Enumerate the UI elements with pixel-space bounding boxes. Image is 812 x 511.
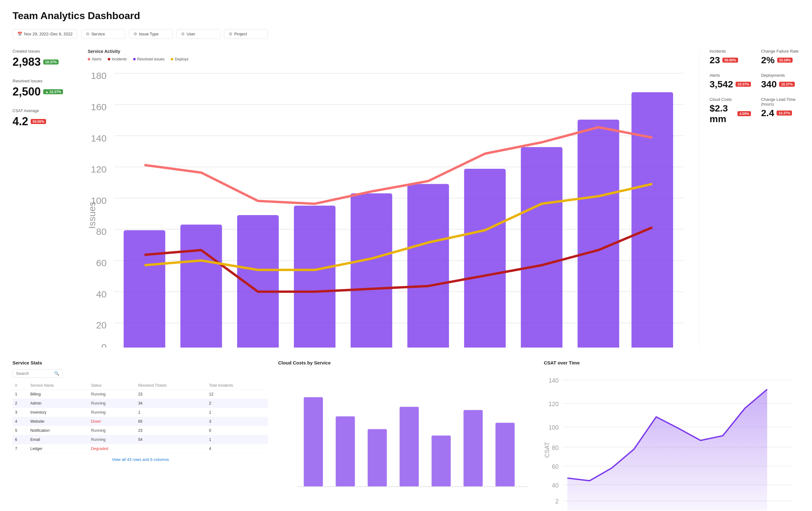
- csat-svg: 140 120 100 80 60 40 2 1 CSAT: [544, 369, 800, 511]
- svg-text:140: 140: [549, 377, 558, 384]
- filter-icon-4: ⚙: [229, 32, 232, 36]
- svg-rect-29: [578, 120, 619, 348]
- svg-text:60: 60: [552, 463, 558, 470]
- table-row: 7 Ledger Degraded 4: [12, 444, 268, 453]
- svg-rect-21: [124, 230, 166, 347]
- clt-badge: 10.37%: [777, 111, 792, 116]
- user-filter[interactable]: ⚙ User: [176, 29, 220, 39]
- created-issues-badge: 10.37%: [43, 59, 59, 64]
- svg-rect-46: [432, 435, 451, 487]
- service-stats-table: # Service Name Status Resolved Tickets T…: [12, 381, 268, 453]
- deployments-badge: 10.37%: [779, 82, 794, 87]
- table-row: 3 Inventory Running 1 1: [12, 408, 268, 417]
- chart-legend: Alerts Incidents Resolved issues Deploys: [88, 57, 693, 61]
- alerts-badge: 10.37%: [735, 82, 751, 87]
- csat-average-card: CSAT Average 4.2 50.00%: [12, 108, 71, 128]
- col-incidents: Total Incidents: [206, 381, 268, 390]
- legend-deploys: Deploys: [171, 57, 188, 61]
- project-filter[interactable]: ⚙ Project: [224, 29, 268, 39]
- filter-icon-2: ⚙: [134, 32, 137, 36]
- table-row: 1 Billing Running 23 12: [12, 390, 268, 399]
- svg-text:140: 140: [91, 133, 107, 143]
- svg-rect-43: [336, 416, 355, 486]
- svg-text:180: 180: [91, 70, 107, 81]
- svg-text:2: 2: [555, 498, 558, 505]
- svg-text:CSAT: CSAT: [544, 442, 550, 457]
- legend-resolved: Resolved issues: [133, 57, 165, 61]
- svg-text:120: 120: [91, 164, 107, 174]
- incidents-metric: Incidents 23 50.00%: [709, 49, 751, 65]
- service-filter[interactable]: ⚙ Service: [81, 29, 125, 39]
- alerts-metric: Alerts 3,542 10.37%: [709, 73, 751, 90]
- table-row: 6 Email Running 54 1: [12, 435, 268, 444]
- legend-incidents: Incidents: [108, 57, 127, 61]
- change-failure-rate-metric: Change Failure Rate 2% 33.28%: [761, 49, 800, 65]
- filter-icon-3: ⚙: [181, 32, 185, 36]
- service-stats-section: Service Stats 🔍 # Service Name Status Re…: [12, 360, 268, 511]
- view-all-link[interactable]: View all 43 rows and 6 columns: [12, 457, 268, 462]
- col-id: #: [12, 381, 28, 390]
- svg-rect-26: [407, 184, 449, 347]
- svg-rect-47: [464, 410, 483, 487]
- svg-text:160: 160: [91, 102, 107, 112]
- service-activity-chart: Service Activity Alerts Incidents Resolv…: [82, 49, 699, 348]
- csat-badge: 50.00%: [31, 119, 46, 124]
- svg-rect-48: [496, 423, 515, 487]
- page-title: Team Analytics Dashboard: [12, 10, 800, 22]
- svg-rect-27: [464, 169, 505, 348]
- filter-icon: ⚙: [86, 32, 90, 36]
- svg-text:60: 60: [96, 258, 107, 268]
- col-status: Status: [89, 381, 136, 390]
- filter-bar: 📅 Nov 29, 2022–Dec 6, 2022 ⚙ Service ⚙ I…: [12, 29, 800, 39]
- col-resolved: Resolved Tickets: [136, 381, 206, 390]
- legend-alerts: Alerts: [88, 57, 102, 61]
- svg-rect-45: [400, 407, 419, 487]
- calendar-icon: 📅: [17, 32, 22, 36]
- search-bar[interactable]: 🔍: [12, 369, 63, 378]
- incidents-badge: 50.00%: [722, 58, 738, 63]
- cloud-costs-svg: [278, 372, 534, 511]
- svg-rect-25: [351, 193, 392, 348]
- svg-rect-22: [180, 224, 222, 347]
- svg-text:0: 0: [102, 342, 107, 348]
- cloud-costs-badge: 4.00%: [737, 111, 751, 116]
- cfr-badge: 33.28%: [777, 58, 792, 63]
- svg-rect-44: [368, 429, 387, 487]
- svg-text:20: 20: [96, 320, 107, 330]
- table-header-row: # Service Name Status Resolved Tickets T…: [12, 381, 268, 390]
- date-filter[interactable]: 📅 Nov 29, 2022–Dec 6, 2022: [12, 29, 77, 39]
- deployments-metric: Deployments 340 10.37%: [761, 73, 800, 90]
- svg-text:80: 80: [96, 227, 107, 237]
- svg-text:100: 100: [549, 424, 558, 431]
- search-icon: 🔍: [54, 371, 59, 376]
- cloud-costs-section: Cloud Costs by Service: [278, 360, 534, 511]
- search-input[interactable]: [16, 371, 52, 376]
- issue-type-filter[interactable]: ⚙ Issue Type: [129, 29, 173, 39]
- svg-text:120: 120: [549, 401, 558, 408]
- table-row: 4 Website Down 65 3: [12, 417, 268, 426]
- resolved-issues-badge: ▲ 12.37%: [43, 89, 63, 94]
- svg-rect-28: [521, 147, 563, 348]
- col-service-name: Service Name: [28, 381, 89, 390]
- resolved-issues-card: Resolved Issues 2,500 ▲ 12.37%: [12, 79, 71, 98]
- cloud-costs-metric: Cloud Costs $2.3 mm 4.00%: [709, 97, 751, 124]
- table-row: 2 Admin Running 34 2: [12, 399, 268, 408]
- table-row: 5 Notification Running 23 0: [12, 426, 268, 435]
- metrics-column: Incidents 23 50.00% Change Failure Rate …: [699, 49, 800, 348]
- svg-rect-42: [304, 397, 323, 487]
- service-activity-svg: 180 160 140 120 100 80 60 40 20 0 Issues: [88, 64, 693, 348]
- svg-text:80: 80: [552, 444, 558, 451]
- svg-rect-24: [294, 206, 336, 348]
- svg-text:40: 40: [96, 289, 107, 299]
- change-lead-time-metric: Change Lead Time (hours) 2.4 10.37%: [761, 97, 800, 124]
- svg-marker-66: [567, 389, 767, 510]
- created-issues-card: Created Issues 2,983 10.37%: [12, 49, 71, 68]
- kpi-column: Created Issues 2,983 10.37% Resolved Iss…: [12, 49, 82, 348]
- svg-text:Issues: Issues: [88, 201, 97, 229]
- svg-text:40: 40: [552, 482, 558, 489]
- csat-section: CSAT over Time 140 120 100 80 60 40 2 1 …: [544, 360, 800, 511]
- svg-rect-30: [632, 92, 673, 348]
